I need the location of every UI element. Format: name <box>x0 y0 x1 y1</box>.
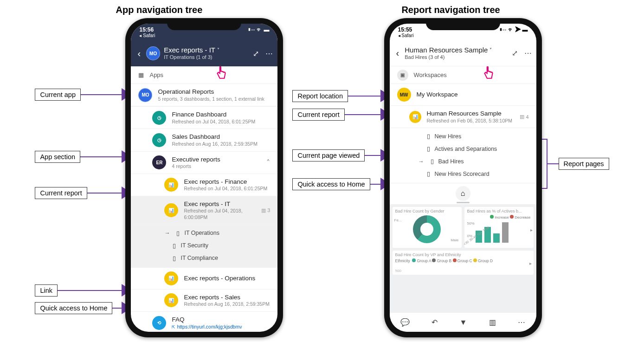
page-it-operations[interactable]: ▯IT Operations <box>131 227 277 239</box>
callout-app-section: App section <box>35 151 80 163</box>
report-icon: 📊 <box>164 271 178 285</box>
status-icons: ▮◦◦ ᯤ ▬ <box>248 26 269 40</box>
callout-link: Link <box>35 284 58 297</box>
report-icon: 📊 <box>409 111 421 123</box>
workspace-avatar: MW <box>397 88 411 102</box>
more-icon[interactable]: ⋯ <box>524 49 532 58</box>
workspaces-icon: ▣ <box>397 70 408 81</box>
callout-report-location: Report location <box>292 90 348 102</box>
bar-chart <box>476 219 509 243</box>
app-avatar-op: MO <box>138 88 152 102</box>
header-title[interactable]: Human Resources Sample <box>405 46 488 54</box>
callouts-left: Current app App section Current report L… <box>35 18 125 314</box>
filter-icon[interactable]: ▼ <box>460 318 467 327</box>
page-it-security[interactable]: ▯IT Security <box>131 239 277 252</box>
phone-left: 15:56 ◂ Safari ▮◦◦ ᯤ ▬ ‹ MO Exec reports… <box>125 18 283 337</box>
section-avatar: ER <box>152 155 166 169</box>
chevron-down-icon[interactable]: ˅ <box>489 47 492 53</box>
expand-icon[interactable]: ⤢ <box>512 49 518 58</box>
page-mobile-icon: ▯ <box>176 230 180 237</box>
home-button[interactable]: ⌂ <box>456 186 470 201</box>
callout-home-2: Quick access to Home <box>292 178 370 190</box>
header-subtitle: Bad Hires (3 of 4) <box>405 54 508 60</box>
cursor-icon <box>483 66 495 80</box>
page-new-hires[interactable]: ▯New Hires <box>390 130 536 142</box>
phone-right: 15:55 ◂ Safari ▮◦◦ ᯤ ➤ ▬ ‹ Human Resourc… <box>384 18 542 337</box>
callout-current-page: Current page viewed <box>292 149 365 161</box>
page-count: ▥4 <box>520 114 528 120</box>
pages-icon[interactable]: ▥ <box>489 318 496 327</box>
page-count: ▥3 <box>261 207 270 213</box>
header-title[interactable]: Exec reports - IT <box>164 46 215 54</box>
apps-section[interactable]: ▦ Apps <box>131 66 277 84</box>
page-actives[interactable]: ▯Actives and Separations <box>390 142 536 155</box>
workspace-row[interactable]: MW My Workspace <box>390 84 536 106</box>
report-row-sales[interactable]: 📊 Exec reports - Sales Refreshed on Aug … <box>131 290 277 312</box>
callouts-center: Report location Current report Current p… <box>292 18 384 190</box>
page-mobile-icon: ▯ <box>173 255 176 262</box>
callouts-right: Report pages <box>542 18 609 189</box>
undo-icon[interactable]: ↶ <box>431 318 438 327</box>
back-icon[interactable]: ‹ <box>135 48 142 59</box>
back-to-safari[interactable]: ◂ Safari <box>398 33 414 38</box>
dashboard-row-sales[interactable]: ◷ Sales Dashboard Refreshed on Aug 16, 2… <box>131 129 277 151</box>
page-bad-hires[interactable]: ▯Bad Hires <box>390 155 536 168</box>
title-left: App navigation tree <box>116 5 203 15</box>
more-icon[interactable]: ⋯ <box>518 318 525 327</box>
page-icon: ▯ <box>427 170 430 177</box>
dashboard-icon: ◷ <box>152 133 166 147</box>
report-icon: 📊 <box>164 178 178 192</box>
report-preview: Bad Hire Count by Gender Fe... Male Bad … <box>390 204 536 312</box>
section-row-executive[interactable]: ER Executive reports 4 reports ˄ <box>131 152 277 174</box>
app-row-operational[interactable]: MO Operational Reports 5 reports, 3 dash… <box>131 84 277 106</box>
bottom-toolbar: 💬 ↶ ▼ ▥ ⋯ <box>390 312 536 332</box>
callout-home-1: Quick access to Home <box>35 302 112 314</box>
callout-current-report-2: Current report <box>292 109 344 121</box>
report-icon: 📊 <box>164 203 178 217</box>
back-to-safari[interactable]: ◂ Safari <box>139 33 155 38</box>
title-right: Report navigation tree <box>401 5 500 15</box>
back-icon[interactable]: ‹ <box>394 48 401 58</box>
report-row-operations[interactable]: 📊 Exec reports - Operations <box>131 268 277 290</box>
home-icon: ⌂ <box>461 189 465 198</box>
report-row-finance[interactable]: 📊 Exec reports - Finance Refreshed on Ju… <box>131 174 277 196</box>
link-row-faq[interactable]: ⟲ FAQ ⇱ https://tinyurl.com/kjg;kjsdbmv <box>131 312 277 332</box>
callout-current-app: Current app <box>35 89 81 101</box>
report-header: ‹ Human Resources Sample˅ Bad Hires (3 o… <box>390 40 536 66</box>
page-icon: ▯ <box>427 145 430 152</box>
page-mobile-icon: ▯ <box>431 158 434 165</box>
link-icon: ⟲ <box>152 316 166 330</box>
app-header: ‹ MO Exec reports - IT˅ IT Operations (1… <box>131 40 277 66</box>
app-avatar: MO <box>146 46 160 60</box>
page-icon: ▯ <box>173 242 176 249</box>
callout-report-pages: Report pages <box>559 158 609 170</box>
drag-handle[interactable] <box>457 202 470 203</box>
expand-icon[interactable]: ⤢ <box>253 49 259 58</box>
comment-icon[interactable]: 💬 <box>400 318 410 327</box>
workspaces-section[interactable]: ▣ Workspaces <box>390 66 536 84</box>
page-it-compliance[interactable]: ▯IT Compliance <box>131 252 277 265</box>
page-scorecard[interactable]: ▯New Hires Scorecard <box>390 168 536 180</box>
dashboard-icon: ◷ <box>152 111 166 125</box>
chevron-up-icon[interactable]: ˄ <box>266 158 270 167</box>
chevron-down-icon[interactable]: ˅ <box>217 47 219 53</box>
callout-current-report-1: Current report <box>35 187 87 199</box>
more-icon[interactable]: ⋯ <box>265 49 273 58</box>
header-subtitle: IT Operations (1 of 3) <box>164 54 249 60</box>
report-row-it[interactable]: 📊 Exec reports - IT Refreshed on Jul 04,… <box>131 196 277 225</box>
apps-icon: ▦ <box>138 71 144 78</box>
cursor-icon <box>215 66 227 80</box>
dashboard-row-finance[interactable]: ◷ Finance Dashboard Refreshed on Jul 04,… <box>131 106 277 129</box>
report-icon: 📊 <box>164 293 178 307</box>
page-mobile-icon: ▯ <box>427 133 430 140</box>
report-row[interactable]: 📊 Human Resources Sample Refreshed on Fe… <box>390 106 536 128</box>
status-icons: ▮◦◦ ᯤ ➤ ▬ <box>500 26 528 40</box>
donut-chart <box>413 215 441 243</box>
